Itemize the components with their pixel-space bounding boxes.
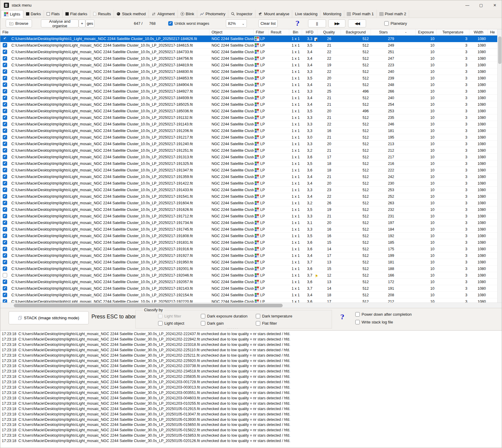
table-row[interactable]: C:\Users\Macie\Desktop\tmp\lights\Light_… [0,147,498,154]
row-checkbox[interactable] [3,234,7,238]
table-row[interactable]: C:\Users\Macie\Desktop\tmp\lights\Light_… [0,285,498,292]
row-checkbox[interactable] [3,273,7,277]
classify-option-dark-gain[interactable]: Dark gain [201,321,224,326]
row-checkbox[interactable] [3,102,7,107]
row-checkbox[interactable] [3,122,7,126]
row-checkbox[interactable] [3,260,7,264]
row-checkbox[interactable] [3,266,7,271]
row-checkbox[interactable] [3,188,7,192]
row-checkbox[interactable] [3,168,7,172]
row-checkbox[interactable] [3,155,7,159]
table-row[interactable]: C:\Users\Macie\Desktop\tmp\lights\Light_… [0,272,498,279]
row-checkbox[interactable] [3,220,7,225]
table-row[interactable]: C:\Users\Macie\Desktop\tmp\lights\Light_… [0,233,498,239]
column-header-exposure[interactable]: Exposure [416,29,437,35]
table-row[interactable]: C:\Users\Macie\Desktop\tmp\lights\Light_… [0,55,498,62]
table-row[interactable]: C:\Users\Macie\Desktop\tmp\lights\Light_… [0,239,498,246]
tab-stack-method[interactable]: Stack method [114,10,149,18]
splitter-handle[interactable]: ······ [227,327,239,330]
table-row[interactable]: C:\Users\Macie\Desktop\tmp\lights\Light_… [0,298,498,303]
table-row[interactable]: C:\Users\Macie\Desktop\tmp\lights\1_Ligh… [0,36,498,42]
plus-button[interactable]: + [79,19,85,27]
analyse-organise-button[interactable]: Analyse and organise [41,19,79,27]
column-header-filter[interactable]: Filter [254,29,269,35]
row-checkbox[interactable] [3,128,7,133]
row-checkbox[interactable] [3,194,7,199]
power-down-checkbox[interactable]: Power down after completion [355,312,412,317]
tab-live-stacking[interactable]: Live stacking [292,10,320,18]
table-row[interactable]: C:\Users\Macie\Desktop\tmp\lights\Light_… [0,206,498,213]
table-row[interactable]: C:\Users\Macie\Desktop\tmp\lights\Light_… [0,187,498,193]
column-header-background[interactable]: Background [341,29,371,35]
tab-monitoring[interactable]: Monitoring [320,10,344,18]
tab-results[interactable]: Results [90,10,114,18]
table-row[interactable]: C:\Users\Macie\Desktop\tmp\lights\Light_… [0,266,498,272]
stack-button[interactable]: STACK (Image stitching mode) [9,311,89,324]
untick-worst-images-checkbox[interactable]: Untick worst images [168,21,209,26]
tab-photometry[interactable]: Photometry [197,10,228,18]
classify-option-flat-filter[interactable]: Flat filter [256,321,277,326]
row-checkbox[interactable] [3,69,7,74]
classify-option-dark-exposure-duration[interactable]: Dark exposure duration [201,314,247,318]
row-checkbox[interactable] [3,135,7,139]
row-checkbox[interactable] [3,109,7,113]
table-row[interactable]: C:\Users\Macie\Desktop\tmp\lights\Light_… [0,114,498,121]
row-checkbox[interactable] [3,142,7,146]
table-row[interactable]: C:\Users\Macie\Desktop\tmp\lights\Light_… [0,200,498,206]
row-checkbox[interactable] [3,280,7,284]
table-row[interactable]: C:\Users\Macie\Desktop\tmp\lights\Light_… [0,259,498,266]
ges-button[interactable]: ges [85,19,94,27]
tab-pixel-math-1[interactable]: Pixel math 1 [344,10,377,18]
pause-button[interactable]: || [308,19,326,27]
row-checkbox[interactable] [3,253,7,258]
row-checkbox[interactable] [3,181,7,185]
tab-lights[interactable]: Lights [1,10,23,18]
clear-list-button[interactable]: Clear list [258,19,278,27]
column-header-width[interactable]: Width [469,29,488,35]
column-header-temperature[interactable]: Temperature [437,29,469,35]
table-row[interactable]: C:\Users\Macie\Desktop\tmp\lights\Light_… [0,220,498,226]
table-row[interactable]: C:\Users\Macie\Desktop\tmp\lights\Light_… [0,252,498,259]
table-row[interactable]: C:\Users\Macie\Desktop\tmp\lights\Light_… [0,88,498,95]
column-header-file[interactable]: File [0,29,209,35]
vertical-scrollbar-thumb[interactable] [498,36,501,64]
table-row[interactable]: C:\Users\Macie\Desktop\tmp\lights\Light_… [0,121,498,128]
rewind-button[interactable]: ◀◀ [348,19,366,27]
table-row[interactable]: C:\Users\Macie\Desktop\tmp\lights\Light_… [0,141,498,147]
classify-option-dark-temperature[interactable]: Dark temperature [256,314,292,318]
zoom-select[interactable]: 82% ⌄ [226,19,247,27]
close-button[interactable]: ✕ [488,0,502,10]
column-header-stars[interactable]: Stars [371,29,396,35]
column-header-quality[interactable]: Quality [317,29,341,35]
table-row[interactable]: C:\Users\Macie\Desktop\tmp\lights\Light_… [0,68,498,75]
help-icon[interactable]: ? [296,19,299,27]
row-checkbox[interactable] [3,174,7,179]
browse-button[interactable]: Browse [6,19,32,27]
column-header-result[interactable]: Result [269,29,289,35]
row-checkbox[interactable] [3,43,7,47]
table-row[interactable]: C:\Users\Macie\Desktop\tmp\lights\Light_… [0,246,498,252]
row-checkbox[interactable] [3,247,7,251]
table-row[interactable]: C:\Users\Macie\Desktop\tmp\lights\Light_… [0,128,498,134]
table-row[interactable]: C:\Users\Macie\Desktop\tmp\lights\Light_… [0,134,498,141]
row-checkbox[interactable] [3,207,7,212]
table-row[interactable]: C:\Users\Macie\Desktop\tmp\lights\Light_… [0,95,498,101]
table-row[interactable]: C:\Users\Macie\Desktop\tmp\lights\Light_… [0,49,498,55]
row-checkbox[interactable] [3,115,7,120]
table-row[interactable]: C:\Users\Macie\Desktop\tmp\lights\Light_… [0,42,498,49]
minimize-button[interactable]: — [460,0,474,10]
row-checkbox[interactable] [3,240,7,245]
horizontal-scrollbar[interactable] [0,303,502,308]
vertical-scrollbar[interactable] [497,29,502,303]
tab-pixel-math-2[interactable]: Pixel math 2 [377,10,409,18]
table-row[interactable]: C:\Users\Macie\Desktop\tmp\lights\Light_… [0,174,498,180]
row-checkbox[interactable] [3,293,7,297]
row-checkbox[interactable] [3,89,7,93]
planetary-checkbox[interactable]: Planetary [384,21,407,26]
maximize-button[interactable]: ▢ [474,0,488,10]
table-row[interactable]: C:\Users\Macie\Desktop\tmp\lights\Light_… [0,279,498,285]
horizontal-scrollbar-thumb[interactable] [14,304,283,307]
tab-darks[interactable]: Darks [23,10,44,18]
table-row[interactable]: C:\Users\Macie\Desktop\tmp\lights\Light_… [0,108,498,114]
tab-alignment[interactable]: Alignment [149,10,178,18]
